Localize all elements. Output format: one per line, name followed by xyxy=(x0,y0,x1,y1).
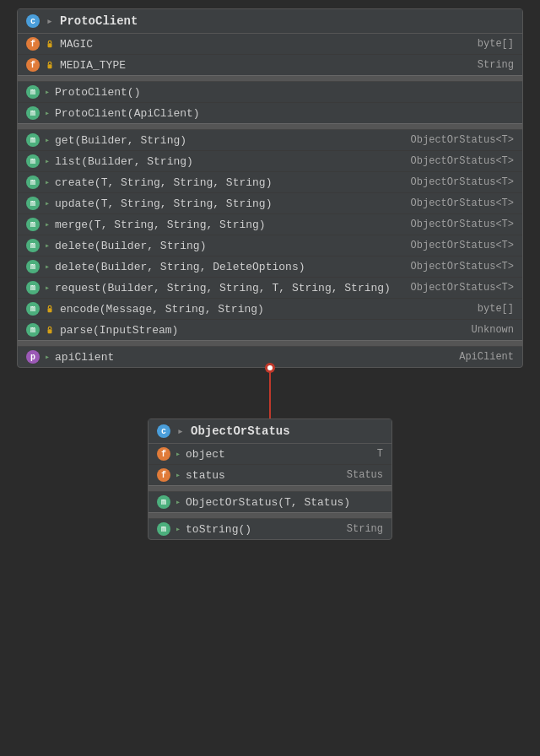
leaf-icon-delete2: ▸ xyxy=(45,262,50,272)
table-row: m ▸ list(Builder, String) ObjectOrStatus… xyxy=(18,151,522,172)
connection-area xyxy=(17,368,523,418)
leaf-icon-apiclient: ▸ xyxy=(45,352,50,362)
table-row: m ▸ ProtoClient() xyxy=(18,82,522,103)
os-divider-1 xyxy=(148,485,392,492)
method-badge-update: m xyxy=(26,197,40,210)
lock-icon-magic xyxy=(45,39,55,49)
protoclient-fields-section: f MAGIC byte[] f MEDIA xyxy=(18,34,522,75)
method-type-delete1: ObjectOrStatus<T> xyxy=(411,240,514,251)
method-type-merge: ObjectOrStatus<T> xyxy=(411,219,514,230)
objectorstatus-fields-section: f ▸ object T f ▸ status Status xyxy=(148,444,392,485)
table-row: m ▸ create(T, String, String, String) Ob… xyxy=(18,172,522,193)
objectorstatus-header: c ▸ ObjectOrStatus xyxy=(148,419,392,444)
connection-dot xyxy=(265,363,275,373)
objectorstatus-title: ObjectOrStatus xyxy=(191,424,290,438)
method-badge-request: m xyxy=(26,281,40,294)
os-field-badge-status: f xyxy=(157,468,170,482)
objectorstatus-wrapper: c ▸ ObjectOrStatus f ▸ object T f ▸ stat… xyxy=(17,418,523,557)
field-badge-mediatype: f xyxy=(26,58,40,72)
protoclient-expand-icon: ▸ xyxy=(45,16,55,26)
method-badge-encode: m xyxy=(26,302,40,316)
field-name-mediatype: MEDIA_TYPE xyxy=(60,59,472,72)
ctor-badge-2: m xyxy=(26,106,40,120)
method-badge-list: m xyxy=(26,154,40,168)
svg-rect-1 xyxy=(48,64,52,68)
objectorstatus-badge: c xyxy=(157,424,170,438)
leaf-icon-create: ▸ xyxy=(45,177,50,187)
leaf-icon-delete1: ▸ xyxy=(45,240,50,251)
method-badge-parse: m xyxy=(26,323,40,337)
method-type-get: ObjectOrStatus<T> xyxy=(411,134,514,146)
method-badge-create: m xyxy=(26,176,40,189)
divider-3 xyxy=(18,340,522,347)
table-row: m ▸ delete(Builder, String, DeleteOption… xyxy=(18,256,522,278)
field-type-magic: byte[] xyxy=(478,38,514,50)
method-name-create: create(T, String, String, String) xyxy=(55,176,406,189)
field-badge-magic: f xyxy=(26,37,40,51)
ctor-badge-1: m xyxy=(26,85,40,99)
objectorstatus-class: c ▸ ObjectOrStatus f ▸ object T f ▸ stat… xyxy=(148,418,392,540)
table-row: m ▸ ObjectOrStatus(T, Status) xyxy=(148,492,392,512)
method-name-delete1: delete(Builder, String) xyxy=(55,240,406,252)
ctor-name-1: ProtoClient() xyxy=(55,86,514,99)
method-name-encode: encode(Message, String, String) xyxy=(60,303,472,316)
lock-icon-mediatype xyxy=(45,60,55,70)
os-field-badge-object: f xyxy=(157,447,170,461)
connection-dot-inner xyxy=(267,365,273,370)
field-type-mediatype: String xyxy=(478,59,514,71)
connection-line xyxy=(269,368,271,418)
table-row: m ▸ get(Builder, String) ObjectOrStatus<… xyxy=(18,130,522,151)
method-name-delete2: delete(Builder, String, DeleteOptions) xyxy=(55,261,406,273)
os-method-type-tostring: String xyxy=(347,523,383,535)
os-field-name-status: status xyxy=(186,469,342,482)
leaf-icon-merge: ▸ xyxy=(45,219,50,230)
prop-badge-apiclient: p xyxy=(26,350,40,364)
os-leaf-object: ▸ xyxy=(176,449,181,459)
table-row: m ▸ request(Builder, String, String, T, … xyxy=(18,278,522,299)
ctor-name-2: ProtoClient(ApiClient) xyxy=(55,107,514,120)
method-name-merge: merge(T, String, String, String) xyxy=(55,219,406,231)
prop-type-apiclient: ApiClient xyxy=(459,351,514,363)
svg-rect-2 xyxy=(48,308,52,312)
method-type-list: ObjectOrStatus<T> xyxy=(411,155,514,167)
table-row: f ▸ object T xyxy=(148,444,392,465)
lock-icon-encode xyxy=(45,304,55,314)
method-type-delete2: ObjectOrStatus<T> xyxy=(411,261,514,273)
os-ctor-badge: m xyxy=(157,495,170,509)
method-badge-delete1: m xyxy=(26,239,40,252)
method-type-encode: byte[] xyxy=(478,303,514,315)
os-leaf-tostring: ▸ xyxy=(176,524,181,534)
objectorstatus-methods-section: m ▸ toString() String xyxy=(148,519,392,539)
objectorstatus-constructors-section: m ▸ ObjectOrStatus(T, Status) xyxy=(148,492,392,512)
svg-rect-3 xyxy=(48,329,52,333)
method-name-update: update(T, String, String, String) xyxy=(55,197,406,210)
os-method-badge-tostring: m xyxy=(157,522,170,536)
table-row: f MEDIA_TYPE String xyxy=(18,55,522,75)
lock-icon-parse xyxy=(45,325,55,335)
method-badge-merge: m xyxy=(26,218,40,231)
table-row: f ▸ status Status xyxy=(148,465,392,485)
method-type-parse: Unknown xyxy=(472,324,514,336)
protoclient-header: c ▸ ProtoClient xyxy=(18,9,522,34)
os-leaf-status: ▸ xyxy=(176,470,181,480)
table-row: m ▸ toString() String xyxy=(148,519,392,539)
table-row: m ▸ delete(Builder, String) ObjectOrStat… xyxy=(18,235,522,256)
divider-1 xyxy=(18,75,522,82)
protoclient-constructors-section: m ▸ ProtoClient() m ▸ ProtoClient(ApiCli… xyxy=(18,82,522,123)
method-type-request: ObjectOrStatus<T> xyxy=(411,282,514,294)
method-name-list: list(Builder, String) xyxy=(55,155,406,168)
method-type-create: ObjectOrStatus<T> xyxy=(411,176,514,188)
method-name-request: request(Builder, String, String, T, Stri… xyxy=(55,282,406,294)
protoclient-title: ProtoClient xyxy=(60,14,138,28)
objectorstatus-expand-icon: ▸ xyxy=(176,426,186,436)
protoclient-badge: c xyxy=(26,14,40,28)
leaf-icon-request: ▸ xyxy=(45,283,50,293)
method-badge-delete2: m xyxy=(26,260,40,273)
table-row: m parse(InputStream) Unknown xyxy=(18,320,522,340)
protoclient-methods-section: m ▸ get(Builder, String) ObjectOrStatus<… xyxy=(18,130,522,340)
table-row: f MAGIC byte[] xyxy=(18,34,522,55)
os-ctor-name: ObjectOrStatus(T, Status) xyxy=(186,496,383,509)
os-field-type-object: T xyxy=(377,448,383,460)
os-leaf-ctor: ▸ xyxy=(176,497,181,507)
protoclient-class: c ▸ ProtoClient f MAGIC byte[] f xyxy=(17,8,523,368)
